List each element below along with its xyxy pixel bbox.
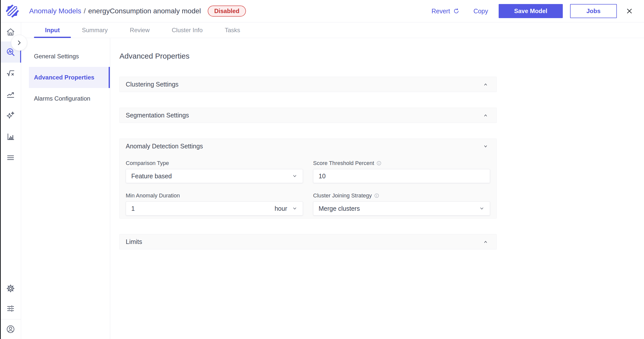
- section-title: Segmentation Settings: [126, 112, 189, 119]
- sidebar-expand-button[interactable]: [11, 35, 27, 51]
- min-anomaly-duration-input[interactable]: 1 hour: [126, 201, 303, 216]
- save-model-button[interactable]: Save Model: [499, 4, 563, 18]
- field-label: Comparison Type: [126, 160, 303, 166]
- section-clustering-settings: Clustering Settings: [119, 77, 497, 92]
- jobs-button[interactable]: Jobs: [570, 4, 617, 18]
- subnav-item-advanced-properties[interactable]: Advanced Properties: [29, 67, 110, 88]
- page-title: Advanced Properties: [119, 51, 644, 61]
- revert-button[interactable]: Revert: [432, 8, 460, 15]
- input-value: 10: [319, 173, 485, 180]
- chevron-down-icon: [292, 173, 297, 179]
- field-label: Score Threshold Percent: [313, 160, 490, 166]
- input-value: 1: [131, 205, 275, 212]
- field-cluster-joining-strategy: Cluster Joining Strategy Merge clusters: [313, 192, 490, 216]
- selected-value: Feature based: [131, 173, 292, 180]
- score-threshold-input[interactable]: 10: [313, 169, 490, 183]
- sidebar-item-menu[interactable]: [0, 147, 21, 168]
- chevron-down-icon: [292, 206, 297, 211]
- chevron-down-icon: [479, 206, 485, 211]
- app-window: Anomaly Models/energyConsumption anomaly…: [0, 0, 644, 339]
- section-header-limits[interactable]: Limits: [120, 234, 496, 249]
- section-title: Anomaly Detection Settings: [126, 143, 203, 150]
- section-anomaly-detection-settings: Anomaly Detection Settings Comparison Ty…: [119, 139, 497, 219]
- section-header-segmentation-settings[interactable]: Segmentation Settings: [120, 108, 496, 123]
- field-comparison-type: Comparison Type Feature based: [126, 160, 303, 183]
- settings-gear-icon: [6, 284, 15, 293]
- sidebar-item-reports[interactable]: [0, 126, 21, 147]
- field-score-threshold-percent: Score Threshold Percent 10: [313, 160, 490, 183]
- chevron-up-icon: [482, 239, 489, 245]
- tab-review[interactable]: Review: [119, 22, 161, 38]
- section-header-clustering-settings[interactable]: Clustering Settings: [120, 77, 496, 92]
- window-edge: [0, 0, 1, 339]
- sparkles-icon: [6, 111, 15, 120]
- header-actions: Revert Copy Save Model Jobs: [432, 4, 644, 18]
- info-icon[interactable]: [374, 193, 379, 198]
- sidebar-item-account[interactable]: [0, 319, 21, 339]
- sidebar-item-trends[interactable]: [0, 84, 21, 105]
- bar-chart-icon: [6, 132, 15, 141]
- breadcrumb-separator: /: [84, 7, 86, 15]
- field-label: Min Anomaly Duration: [126, 192, 303, 199]
- tab-cluster-info[interactable]: Cluster Info: [161, 22, 214, 38]
- duration-unit-select[interactable]: hour: [275, 205, 287, 212]
- sidebar-item-insights[interactable]: [0, 105, 21, 126]
- trend-icon: [6, 90, 15, 99]
- copy-button[interactable]: Copy: [474, 8, 488, 15]
- section-title: Clustering Settings: [126, 81, 179, 88]
- sidebar-item-settings[interactable]: [0, 279, 21, 298]
- chevron-up-icon: [482, 112, 489, 119]
- selected-value: Merge clusters: [319, 205, 479, 212]
- subnav-item-general-settings[interactable]: General Settings: [21, 46, 110, 67]
- comparison-type-select[interactable]: Feature based: [126, 169, 303, 183]
- sliders-icon: [6, 304, 15, 313]
- sidebar-item-formulas[interactable]: [0, 63, 21, 84]
- menu-icon: [6, 153, 15, 162]
- status-badge: Disabled: [208, 6, 246, 17]
- field-min-anomaly-duration: Min Anomaly Duration 1 hour: [126, 192, 303, 216]
- tab-summary[interactable]: Summary: [71, 22, 119, 38]
- section-segmentation-settings: Segmentation Settings: [119, 108, 497, 123]
- breadcrumb: Anomaly Models/energyConsumption anomaly…: [29, 7, 201, 15]
- settings-subnav: General Settings Advanced Properties Ala…: [21, 38, 110, 339]
- subnav-item-alarms-configuration[interactable]: Alarms Configuration: [21, 88, 110, 109]
- formula-icon: [6, 69, 15, 78]
- field-label: Cluster Joining Strategy: [313, 192, 490, 199]
- section-header-anomaly-detection-settings[interactable]: Anomaly Detection Settings: [120, 139, 496, 154]
- chevron-right-icon: [16, 39, 23, 46]
- sections-list: Clustering Settings Segmentation Setting…: [119, 77, 497, 249]
- info-icon[interactable]: [376, 161, 381, 166]
- main-content: Advanced Properties Clustering Settings …: [110, 38, 644, 339]
- cluster-joining-strategy-select[interactable]: Merge clusters: [313, 201, 490, 216]
- account-icon: [6, 324, 15, 334]
- breadcrumb-parent-link[interactable]: Anomaly Models: [29, 7, 81, 15]
- header: Anomaly Models/energyConsumption anomaly…: [0, 0, 644, 22]
- anomaly-detection-form: Comparison Type Feature based Score Thr: [120, 154, 496, 218]
- tab-bar: Input Summary Review Cluster Info Tasks: [21, 22, 644, 38]
- chevron-down-icon: [482, 143, 489, 150]
- chevron-up-icon: [482, 81, 489, 88]
- section-title: Limits: [126, 238, 142, 245]
- close-icon[interactable]: [625, 7, 634, 15]
- breadcrumb-current: energyConsumption anomaly model: [88, 7, 201, 15]
- tab-input[interactable]: Input: [34, 22, 71, 38]
- sidebar-item-preferences[interactable]: [0, 298, 21, 319]
- home-icon: [6, 27, 15, 36]
- section-limits: Limits: [119, 234, 497, 249]
- sidebar-bottom-group: [0, 279, 21, 339]
- revert-icon: [450, 8, 460, 15]
- tab-tasks[interactable]: Tasks: [214, 22, 251, 38]
- icon-sidebar: [0, 22, 21, 339]
- app-logo-icon: [6, 5, 19, 18]
